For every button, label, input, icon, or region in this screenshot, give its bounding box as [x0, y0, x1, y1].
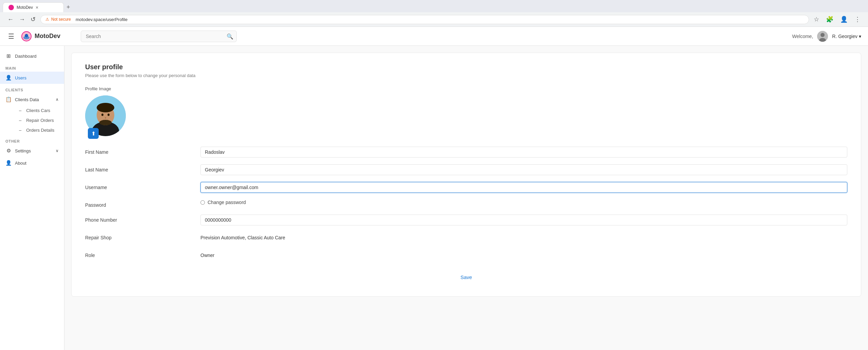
upload-image-button[interactable]: ⬆ — [88, 128, 99, 139]
extension-button[interactable]: 🧩 — [824, 14, 835, 24]
user-chevron-icon: ▾ — [859, 34, 861, 39]
new-tab-button[interactable]: + — [64, 4, 73, 11]
sidebar-item-clients-data[interactable]: 📋 Clients Data ∧ — [0, 93, 64, 106]
role-label: Role — [85, 250, 200, 258]
hamburger-button[interactable]: ☰ — [7, 31, 16, 42]
upload-icon: ⬆ — [91, 130, 96, 137]
sidebar-item-repair-orders[interactable]: – Repair Orders — [14, 115, 64, 125]
app-wrapper: ☰ MotoDev 🔍 Welcome, R. Geor — [0, 27, 868, 350]
phone-label: Phone Number — [85, 215, 200, 223]
repair-shop-label: Repair Shop — [85, 232, 200, 240]
url-text: motodev.space/userProfile — [76, 17, 128, 22]
svg-point-4 — [821, 33, 825, 37]
username-value — [200, 182, 847, 193]
save-button[interactable]: Save — [452, 272, 480, 283]
profile-image-section: Profile Image — [85, 86, 847, 137]
browser-tabs: MotoDev × + — [0, 0, 868, 12]
profile-avatar-container: ⬆ — [85, 95, 126, 136]
svg-point-12 — [108, 114, 110, 116]
nav-back-button[interactable]: ← — [5, 15, 16, 24]
security-icon: ⚠ — [45, 17, 49, 22]
search-icon-button[interactable]: 🔍 — [227, 33, 233, 39]
svg-point-2 — [25, 34, 28, 37]
sidebar-item-dashboard[interactable]: ⊞ Dashboard — [0, 50, 64, 62]
last-name-value — [200, 164, 847, 175]
svg-point-14 — [99, 120, 112, 125]
dashboard-icon: ⊞ — [5, 53, 12, 59]
sidebar-item-label: Repair Orders — [26, 118, 54, 123]
browser-addressbar: ← → ↺ ⚠ Not secure motodev.space/userPro… — [0, 12, 868, 26]
tab-title: MotoDev — [17, 5, 33, 10]
phone-input[interactable] — [200, 215, 847, 225]
address-bar[interactable]: ⚠ Not secure motodev.space/userProfile — [40, 15, 809, 24]
dot-icon: – — [19, 128, 21, 133]
last-name-input[interactable] — [200, 164, 847, 175]
logo-icon — [21, 31, 32, 42]
sidebar-item-about[interactable]: 👤 About — [0, 157, 64, 169]
sidebar: ⊞ Dashboard MAIN 👤 Users CLIENTS 📋 Clien… — [0, 46, 64, 350]
user-name[interactable]: R. Georgiev ▾ — [832, 34, 861, 39]
nav-forward-button[interactable]: → — [17, 15, 27, 24]
settings-icon: ⚙ — [5, 148, 12, 154]
profile-button[interactable]: 👤 — [838, 14, 850, 24]
tab-close-btn[interactable]: × — [36, 5, 38, 10]
form-actions: Save — [85, 272, 847, 283]
password-value: Change password — [200, 200, 847, 206]
tab-favicon — [8, 5, 14, 10]
browser-nav: ← → ↺ — [5, 14, 38, 24]
page-subtitle: Please use the form below to change your… — [85, 73, 847, 78]
logo-text: MotoDev — [35, 33, 60, 40]
sidebar-item-label: Clients Data — [15, 97, 39, 102]
sidebar-item-clients-cars[interactable]: – Clients Cars — [14, 106, 64, 115]
chevron-up-icon: ∧ — [56, 97, 59, 102]
clients-data-icon: 📋 — [5, 96, 12, 103]
browser-tab-active: MotoDev × — [3, 2, 64, 12]
password-row: Password Change password — [85, 200, 847, 208]
app-header: ☰ MotoDev 🔍 Welcome, R. Geor — [0, 27, 868, 46]
role-row: Role Owner — [85, 250, 847, 261]
change-password-row: Change password — [200, 200, 847, 205]
sidebar-item-orders-details[interactable]: – Orders Details — [14, 125, 64, 135]
sidebar-item-users[interactable]: 👤 Users — [0, 72, 64, 84]
browser-chrome: MotoDev × + ← → ↺ ⚠ Not secure motodev.s… — [0, 0, 868, 27]
first-name-input[interactable] — [200, 147, 847, 158]
menu-button[interactable]: ⋮ — [852, 14, 863, 24]
sidebar-item-label: Dashboard — [15, 54, 37, 59]
svg-point-10 — [97, 103, 114, 112]
phone-value — [200, 215, 847, 225]
app-logo: MotoDev — [21, 31, 75, 42]
sidebar-submenu-clients: – Clients Cars – Repair Orders – Orders … — [0, 106, 64, 135]
change-password-label[interactable]: Change password — [208, 200, 246, 205]
role-text: Owner — [200, 250, 847, 261]
repair-shop-text: Prevision Automotive, Classic Auto Care — [200, 232, 847, 243]
search-box: 🔍 — [81, 31, 237, 42]
users-icon: 👤 — [5, 75, 12, 81]
profile-image-label: Profile Image — [85, 86, 847, 91]
user-avatar — [817, 31, 828, 42]
page-title: User profile — [85, 63, 847, 71]
content-card: User profile Please use the form below t… — [71, 53, 861, 297]
sidebar-item-label: Users — [15, 75, 26, 80]
repair-shop-row: Repair Shop Prevision Automotive, Classi… — [85, 232, 847, 243]
change-password-radio[interactable] — [200, 200, 205, 205]
search-input[interactable] — [81, 31, 237, 42]
svg-point-11 — [101, 114, 103, 116]
sidebar-item-label: Settings — [15, 148, 31, 153]
first-name-value — [200, 147, 847, 158]
first-name-label: First Name — [85, 147, 200, 155]
app-body: ⊞ Dashboard MAIN 👤 Users CLIENTS 📋 Clien… — [0, 46, 868, 350]
nav-refresh-button[interactable]: ↺ — [28, 14, 38, 24]
sidebar-item-label: Orders Details — [26, 128, 54, 133]
sidebar-section-clients: CLIENTS — [0, 84, 64, 93]
sidebar-item-label: About — [15, 161, 26, 166]
dot-icon: – — [19, 108, 21, 113]
username-row: Username — [85, 182, 847, 193]
main-content: User profile Please use the form below t… — [64, 46, 868, 350]
sidebar-item-settings[interactable]: ⚙ Settings ∨ — [0, 145, 64, 157]
username-label: Username — [85, 182, 200, 190]
security-label: Not secure — [51, 17, 71, 22]
form-table: First Name Last Name Usern — [85, 147, 847, 261]
sidebar-section-other: OTHER — [0, 135, 64, 145]
bookmark-button[interactable]: ☆ — [812, 14, 821, 24]
username-input[interactable] — [200, 182, 847, 193]
